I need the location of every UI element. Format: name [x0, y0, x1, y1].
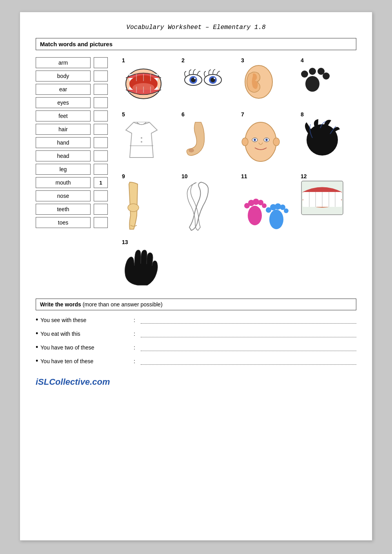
- pic-2-svg: [181, 64, 225, 96]
- write-line[interactable]: [141, 331, 356, 337]
- pic-1: 1: [122, 57, 178, 103]
- write-item: • You have two of these :: [36, 343, 356, 351]
- word-row: body: [36, 71, 114, 81]
- svg-point-29: [245, 122, 276, 161]
- word-box: head: [36, 150, 91, 161]
- svg-point-18: [214, 78, 215, 79]
- write-item: • You eat with this :: [36, 330, 356, 338]
- write-item-text: • You have ten of these: [36, 357, 130, 365]
- answer-box[interactable]: [94, 84, 108, 95]
- answer-box[interactable]: [94, 164, 108, 175]
- svg-point-37: [266, 139, 267, 141]
- write-items-container: • You see with these : • You eat with th…: [36, 316, 356, 365]
- write-item-text: • You have two of these: [36, 343, 130, 351]
- write-item: • You see with these :: [36, 316, 356, 324]
- pic-8: 8: [301, 111, 356, 165]
- section1-header: Match words and pictures: [36, 38, 356, 50]
- answer-box[interactable]: [94, 71, 108, 81]
- svg-point-51: [284, 208, 289, 213]
- answer-box[interactable]: [94, 57, 108, 68]
- pic-7: 7: [241, 111, 297, 165]
- write-line[interactable]: [141, 317, 356, 324]
- pictures-area: 1: [122, 57, 356, 289]
- svg-point-22: [309, 68, 316, 75]
- pic-4: 4: [301, 57, 356, 103]
- pic-3: 3: [241, 57, 297, 103]
- write-header-bold: Write the words: [40, 301, 81, 308]
- word-row: ear: [36, 84, 114, 95]
- page-title: Vocabulary Worksheet – Elementary 1.8: [36, 24, 356, 31]
- pic-7-svg: [241, 118, 280, 165]
- bullet-icon: •: [36, 330, 38, 338]
- word-box: nose: [36, 190, 91, 201]
- word-row: mouth1: [36, 177, 114, 188]
- write-header-sub: (more than one answer possible): [83, 301, 163, 308]
- pictures-grid: 1: [122, 57, 356, 289]
- answer-box[interactable]: [94, 97, 108, 108]
- answer-box[interactable]: [94, 137, 108, 148]
- word-box: hand: [36, 137, 91, 148]
- bullet-icon: •: [36, 357, 38, 365]
- pic-12: 12: [301, 173, 356, 231]
- word-box: arm: [36, 57, 91, 68]
- pic-3-svg: [241, 64, 276, 100]
- word-row: feet: [36, 110, 114, 121]
- svg-point-46: [269, 210, 283, 229]
- word-box: ear: [36, 84, 91, 95]
- write-line[interactable]: [141, 344, 356, 351]
- word-box: eyes: [36, 97, 91, 108]
- pic-8-svg: [301, 118, 344, 161]
- word-row: teeth: [36, 204, 114, 215]
- colon: :: [134, 344, 135, 351]
- answer-box[interactable]: 1: [94, 177, 108, 188]
- word-row: hair: [36, 124, 114, 135]
- svg-point-27: [141, 141, 142, 143]
- write-item-text: • You see with these: [36, 316, 130, 324]
- bullet-icon: •: [36, 343, 38, 351]
- colon: :: [134, 358, 135, 364]
- pic-13-svg: [122, 246, 161, 289]
- pic-10: 10: [181, 173, 237, 231]
- svg-point-20: [305, 76, 319, 92]
- pic-2: 2: [181, 57, 237, 103]
- pic-6: 6: [181, 111, 237, 165]
- answer-box[interactable]: [94, 110, 108, 121]
- footer-brand: iSLCollective.com: [36, 377, 356, 387]
- write-header: Write the words (more than one answer po…: [36, 299, 356, 310]
- write-line[interactable]: [141, 358, 356, 365]
- answer-box[interactable]: [94, 150, 108, 161]
- colon: :: [134, 317, 135, 323]
- word-box: body: [36, 71, 91, 81]
- pic-13: 13: [122, 239, 178, 289]
- word-row: eyes: [36, 97, 114, 108]
- answer-box[interactable]: [94, 217, 108, 228]
- pic-12-svg: [301, 180, 344, 215]
- word-row: nose: [36, 190, 114, 201]
- word-box: hair: [36, 124, 91, 135]
- write-item: • You have ten of these :: [36, 357, 356, 365]
- svg-point-24: [323, 72, 330, 80]
- word-list: armbodyeareyesfeethairhandheadlegmouth1n…: [36, 57, 114, 289]
- pic-1-svg: [122, 64, 165, 103]
- word-row: hand: [36, 137, 114, 148]
- bullet-icon: •: [36, 316, 38, 324]
- word-row: toes: [36, 217, 114, 228]
- svg-point-31: [273, 138, 279, 146]
- svg-point-14: [194, 78, 196, 79]
- pic-9-svg: [122, 180, 149, 231]
- svg-point-45: [262, 203, 267, 208]
- svg-point-21: [301, 71, 308, 78]
- write-item-text: • You eat with this: [36, 330, 130, 338]
- word-box: feet: [36, 110, 91, 121]
- svg-point-40: [248, 206, 262, 225]
- answer-box[interactable]: [94, 190, 108, 201]
- pic-4-svg: [301, 64, 348, 96]
- pic-6-svg: [181, 118, 213, 161]
- word-box: mouth: [36, 177, 91, 188]
- main-content: armbodyeareyesfeethairhandheadlegmouth1n…: [36, 57, 356, 289]
- answer-box[interactable]: [94, 204, 108, 215]
- answer-box[interactable]: [94, 124, 108, 135]
- word-row: arm: [36, 57, 114, 68]
- pic-11-svg: [241, 180, 292, 231]
- svg-point-26: [141, 137, 142, 139]
